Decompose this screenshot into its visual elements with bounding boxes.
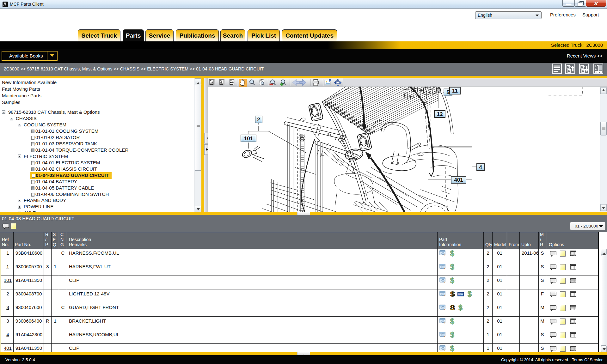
- svg-text:101: 101: [244, 136, 253, 142]
- svg-text:401: 401: [454, 177, 463, 183]
- svg-text:12: 12: [437, 111, 443, 117]
- svg-text:11: 11: [452, 88, 458, 94]
- svg-text:4: 4: [479, 164, 482, 170]
- svg-text:2: 2: [257, 117, 260, 123]
- svg-text:5: 5: [446, 89, 449, 95]
